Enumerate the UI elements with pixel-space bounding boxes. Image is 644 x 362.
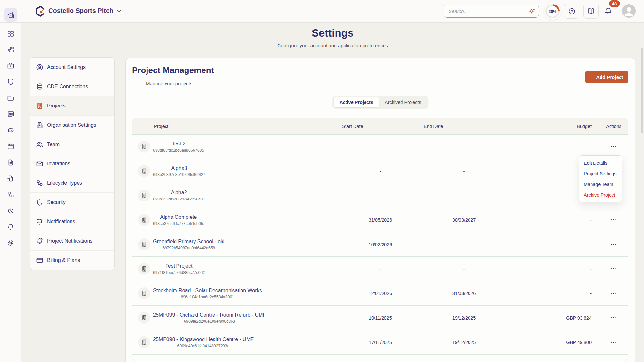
organisation-icon	[6, 11, 15, 19]
bell-dot-icon	[36, 237, 43, 245]
page-subtitle: Configure your account and application p…	[21, 43, 644, 48]
menu-item-archive-project[interactable]: Archive Project	[579, 190, 622, 200]
rail-item-components[interactable]	[7, 46, 14, 53]
rail-item-briefcase[interactable]	[7, 62, 14, 70]
row-actions-button[interactable]	[610, 291, 618, 296]
rail-item-calendar[interactable]	[7, 143, 14, 150]
project-id: 696e104c1aa6e2e5534a3001	[181, 295, 234, 299]
row-actions-button[interactable]	[610, 315, 618, 320]
rail-item-documents[interactable]	[7, 159, 14, 166]
rail-item-shield[interactable]	[7, 78, 14, 86]
end-date-cell: -	[422, 169, 506, 174]
org-switcher[interactable]: Costello Sports Pitch	[48, 7, 113, 14]
menu-item-manage-team[interactable]: Manage Team	[579, 179, 622, 190]
end-date-cell: -	[422, 144, 506, 149]
project-avatar	[138, 312, 150, 324]
rail-item-notifications[interactable]	[7, 223, 14, 231]
end-date-cell: 19/12/2025	[422, 315, 506, 320]
credit-card-icon	[36, 256, 43, 264]
rail-item-reports[interactable]	[7, 110, 14, 118]
nav-label: Billing & Plans	[47, 257, 80, 263]
rail-item-import[interactable]	[7, 175, 14, 182]
rail-item-folder[interactable]	[7, 94, 14, 102]
project-avatar	[138, 263, 150, 275]
table-row: Alpha Complete698ce37cc6dc773ce51cb0fc 3…	[132, 208, 628, 232]
help-button[interactable]: ?	[564, 4, 579, 19]
history-icon	[7, 207, 14, 215]
row-actions-button[interactable]	[610, 266, 618, 272]
project-id: 6909fe2d206e109ef996c863	[184, 319, 235, 324]
end-date-cell: -	[422, 242, 506, 247]
project-name[interactable]: Test Project	[166, 263, 193, 269]
office-icon	[36, 121, 43, 129]
notifications-button[interactable]	[602, 5, 614, 18]
user-guide-button[interactable]	[583, 4, 599, 19]
nav-item-lifecycle-types[interactable]: Lifecycle Types	[30, 173, 114, 193]
chevron-down-icon[interactable]	[117, 9, 121, 13]
menu-item-project-settings[interactable]: Project Settings	[579, 168, 622, 179]
nav-item-invitations[interactable]: Invitations	[30, 154, 114, 173]
project-avatar	[138, 190, 150, 201]
column-header-start-date: Start Date	[338, 124, 422, 129]
project-id: 698b153df3c66c63e2256c87	[153, 197, 205, 201]
project-name[interactable]: Greenfield Primary School - old	[153, 239, 224, 245]
table-row: Greenfield Primary School - old69792b549…	[132, 232, 628, 257]
nav-label: Organisation Settings	[47, 122, 96, 128]
budget-cell: GBP 49,800	[506, 340, 599, 345]
nav-item-organisation-settings[interactable]: Organisation Settings	[30, 116, 114, 135]
project-name[interactable]: Alpha3	[171, 165, 187, 171]
nav-item-projects[interactable]: Projects	[30, 96, 114, 116]
project-name[interactable]: 25MP099 - Orchard Centre - Room Refurb -…	[153, 312, 266, 318]
building-icon	[36, 102, 43, 110]
row-actions-button[interactable]	[610, 218, 618, 223]
gear-icon	[7, 239, 14, 247]
rail-item-assistant[interactable]	[7, 126, 14, 134]
calendar-icon	[7, 143, 14, 150]
nav-label: Notifications	[47, 219, 75, 225]
nav-item-project-notifications[interactable]: Project Notifications	[30, 231, 114, 251]
project-name[interactable]: Alpha2	[171, 190, 187, 196]
row-actions-button[interactable]	[610, 340, 618, 345]
scrollbar-track[interactable]	[640, 23, 644, 362]
project-name[interactable]: Alpha Complete	[160, 214, 197, 220]
tab-active-projects[interactable]: Active Projects	[334, 97, 379, 107]
notification-count-badge: 48	[609, 0, 620, 7]
start-date-cell: 31/05/2026	[338, 218, 422, 223]
briefcase-icon	[7, 62, 14, 70]
nav-item-billing-plans[interactable]: Billing & Plans	[30, 251, 114, 270]
rail-item-dashboard[interactable]	[7, 30, 14, 38]
dashboard-grid-icon	[7, 30, 14, 38]
add-project-button[interactable]: + Add Project	[585, 71, 628, 83]
start-date-cell: -	[338, 169, 422, 174]
nav-item-notifications[interactable]: Notifications	[30, 212, 114, 231]
rail-item-history[interactable]	[7, 207, 14, 215]
plus-icon: +	[590, 74, 594, 80]
usage-ring[interactable]: 20%	[544, 2, 562, 20]
row-actions-button[interactable]	[610, 242, 618, 247]
nav-item-account-settings[interactable]: Account Settings	[30, 58, 114, 77]
rail-item-organisation[interactable]	[4, 8, 17, 22]
scrollbar-thumb[interactable]	[641, 48, 643, 133]
project-name[interactable]: Stockholm Road - Solar Decarbonisation W…	[153, 288, 262, 293]
row-actions-button[interactable]	[610, 144, 618, 149]
nav-item-security[interactable]: Security	[30, 193, 114, 212]
start-date-cell: -	[338, 266, 422, 272]
start-date-cell: -	[338, 193, 422, 198]
start-date-cell: 10/11/2025	[338, 315, 422, 320]
nav-item-cde-connections[interactable]: CDE Connections	[30, 77, 114, 96]
nav-label: Invitations	[47, 161, 70, 167]
rail-item-lifecycle[interactable]	[7, 191, 14, 199]
shield-icon	[7, 78, 14, 86]
nav-item-team[interactable]: Team	[30, 135, 114, 154]
topbar-divider	[0, 22, 644, 23]
project-name[interactable]: 25MP098 - Kingswood Health Centre - UMF	[153, 337, 254, 342]
menu-item-edit-details[interactable]: Edit Details	[579, 158, 622, 168]
search-input[interactable]	[444, 5, 539, 18]
section-title: Project Management	[132, 65, 214, 75]
rail-item-settings[interactable]	[7, 239, 14, 247]
user-avatar[interactable]	[622, 4, 636, 18]
start-date-cell: -	[338, 144, 422, 149]
nav-label: Project Notifications	[47, 238, 92, 244]
tab-archived-projects[interactable]: Archived Projects	[379, 97, 427, 107]
project-name[interactable]: Test 2	[172, 141, 185, 147]
